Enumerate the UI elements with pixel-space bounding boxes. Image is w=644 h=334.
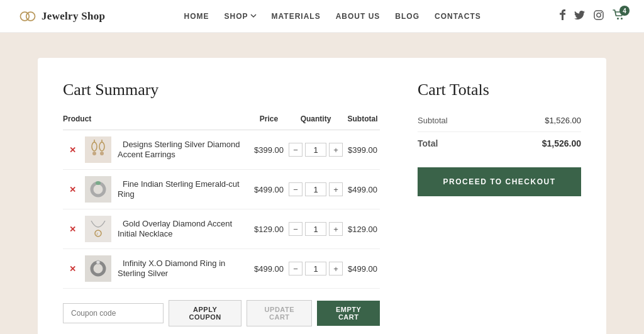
product-image-cell bbox=[82, 249, 115, 289]
quantity-cell: − + bbox=[286, 170, 345, 209]
cart-icon[interactable]: 4 bbox=[613, 9, 625, 23]
svg-rect-20 bbox=[85, 255, 111, 282]
totals-table: Subtotal $1,526.00 Total $1,526.00 bbox=[418, 109, 581, 155]
nav-shop[interactable]: SHOP bbox=[225, 12, 257, 21]
svg-point-3 bbox=[597, 13, 601, 16]
product-thumbnail bbox=[85, 136, 111, 163]
quantity-control: − + bbox=[289, 222, 343, 236]
svg-point-13 bbox=[100, 152, 104, 155]
table-row: ✕ Infinity X.O Diamond Ring in Sterling … bbox=[63, 249, 380, 289]
empty-cart-button[interactable]: EMPTY CART bbox=[317, 301, 380, 326]
subtotal-row: Subtotal $1,526.00 bbox=[418, 109, 581, 132]
product-price: $129.00 bbox=[252, 209, 286, 249]
logo[interactable]: Jewelry Shop bbox=[19, 10, 105, 23]
col-quantity: Quantity bbox=[286, 112, 345, 130]
cart-totals: Cart Totals Subtotal $1,526.00 Total $1,… bbox=[418, 81, 581, 326]
svg-point-22 bbox=[96, 260, 100, 264]
coupon-row: APPLY COUPON UPDATE CART EMPTY CART bbox=[63, 300, 380, 326]
cart-container: Cart Summary Product Price Quantity Subt… bbox=[38, 58, 606, 334]
product-name: Infinity X.O Diamond Ring in Sterling Si… bbox=[118, 259, 225, 278]
coupon-input[interactable] bbox=[63, 303, 164, 323]
quantity-decrease-button[interactable]: − bbox=[289, 143, 303, 157]
remove-cell: ✕ bbox=[63, 170, 82, 209]
product-image-cell: J bbox=[82, 209, 115, 249]
product-subtotal: $399.00 bbox=[345, 130, 380, 170]
product-thumbnail bbox=[85, 255, 111, 282]
instagram-icon[interactable] bbox=[594, 10, 604, 23]
quantity-decrease-button[interactable]: − bbox=[289, 262, 303, 276]
product-name: Fine Indian Sterling Emerald-cut Ring bbox=[118, 179, 240, 199]
apply-coupon-button[interactable]: APPLY COUPON bbox=[169, 300, 242, 326]
svg-rect-2 bbox=[594, 11, 603, 19]
subtotal-label: Subtotal bbox=[418, 109, 489, 132]
svg-rect-17 bbox=[85, 216, 111, 242]
nav-blog[interactable]: BLOG bbox=[395, 12, 419, 21]
quantity-input[interactable] bbox=[305, 222, 326, 236]
svg-rect-7 bbox=[85, 136, 111, 163]
total-label: Total bbox=[418, 132, 489, 155]
remove-cell: ✕ bbox=[63, 249, 82, 289]
quantity-input[interactable] bbox=[305, 262, 326, 276]
quantity-increase-button[interactable]: + bbox=[329, 262, 343, 276]
col-price: Price bbox=[252, 112, 286, 130]
remove-item-button[interactable]: ✕ bbox=[65, 144, 80, 156]
svg-point-5 bbox=[617, 18, 619, 19]
cart-count: 4 bbox=[619, 6, 630, 16]
header-icons: 4 bbox=[560, 9, 625, 23]
product-price: $399.00 bbox=[252, 130, 286, 170]
quantity-cell: − + bbox=[286, 130, 345, 170]
col-subtotal: Subtotal bbox=[345, 112, 380, 130]
product-subtotal: $129.00 bbox=[345, 209, 380, 249]
cart-summary: Cart Summary Product Price Quantity Subt… bbox=[63, 81, 380, 326]
main-nav: HOME SHOP MATERIALS ABOUT US BLOG CONTAC… bbox=[184, 12, 481, 21]
svg-point-12 bbox=[92, 152, 96, 155]
quantity-cell: − + bbox=[286, 249, 345, 289]
table-row: ✕ Fine Indian Sterling Emerald-cut Ring … bbox=[63, 170, 380, 209]
svg-rect-14 bbox=[85, 176, 111, 203]
product-name-cell: Gold Overlay Diamond Accent Initial Neck… bbox=[115, 209, 252, 249]
quantity-input[interactable] bbox=[305, 182, 326, 196]
quantity-input[interactable] bbox=[305, 143, 326, 157]
product-subtotal: $499.00 bbox=[345, 170, 380, 209]
product-subtotal: $499.00 bbox=[345, 249, 380, 289]
product-name-cell: Designs Sterling Silver Diamond Accent E… bbox=[115, 130, 252, 170]
product-price: $499.00 bbox=[252, 170, 286, 209]
remove-cell: ✕ bbox=[63, 209, 82, 249]
product-price: $499.00 bbox=[252, 249, 286, 289]
logo-text: Jewelry Shop bbox=[42, 10, 105, 23]
product-image-cell bbox=[82, 170, 115, 209]
quantity-cell: − + bbox=[286, 209, 345, 249]
product-thumbnail bbox=[85, 176, 111, 203]
nav-contacts[interactable]: CONTACTS bbox=[435, 12, 481, 21]
remove-item-button[interactable]: ✕ bbox=[65, 184, 80, 196]
nav-home[interactable]: HOME bbox=[184, 12, 209, 21]
svg-point-1 bbox=[26, 12, 35, 21]
product-name: Designs Sterling Silver Diamond Accent E… bbox=[118, 140, 240, 159]
svg-point-16 bbox=[96, 181, 101, 185]
product-name-cell: Infinity X.O Diamond Ring in Sterling Si… bbox=[115, 249, 252, 289]
remove-item-button[interactable]: ✕ bbox=[65, 223, 80, 235]
remove-item-button[interactable]: ✕ bbox=[65, 263, 80, 275]
svg-point-6 bbox=[621, 18, 623, 19]
quantity-increase-button[interactable]: + bbox=[329, 222, 343, 236]
nav-materials[interactable]: MATERIALS bbox=[272, 12, 321, 21]
twitter-icon[interactable] bbox=[574, 11, 585, 22]
quantity-decrease-button[interactable]: − bbox=[289, 182, 303, 196]
cart-totals-title: Cart Totals bbox=[418, 81, 581, 99]
quantity-increase-button[interactable]: + bbox=[329, 143, 343, 157]
quantity-decrease-button[interactable]: − bbox=[289, 222, 303, 236]
cart-summary-title: Cart Summary bbox=[63, 81, 380, 99]
update-cart-button[interactable]: UPDATE CART bbox=[247, 300, 312, 326]
product-image-cell bbox=[82, 130, 115, 170]
nav-about[interactable]: ABOUT US bbox=[336, 12, 380, 21]
table-row: ✕ Designs Sterling Silver Diamond Accent… bbox=[63, 130, 380, 170]
svg-point-4 bbox=[601, 12, 602, 13]
proceed-to-checkout-button[interactable]: PROCEED TO CHECKOUT bbox=[418, 167, 581, 196]
facebook-icon[interactable] bbox=[560, 9, 565, 23]
cart-table: Product Price Quantity Subtotal ✕ bbox=[63, 112, 380, 289]
quantity-increase-button[interactable]: + bbox=[329, 182, 343, 196]
quantity-control: − + bbox=[289, 182, 343, 196]
product-name-cell: Fine Indian Sterling Emerald-cut Ring bbox=[115, 170, 252, 209]
remove-cell: ✕ bbox=[63, 130, 82, 170]
quantity-control: − + bbox=[289, 262, 343, 276]
